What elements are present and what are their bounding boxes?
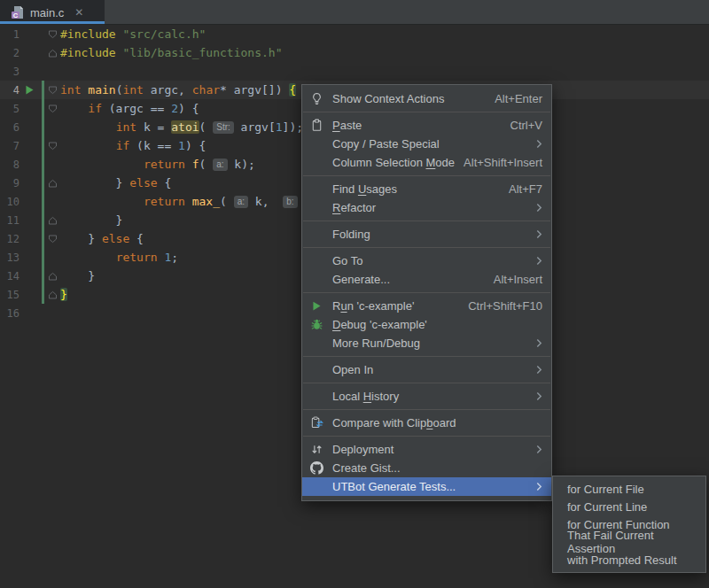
submenu-item-label: with Prompted Result [567, 553, 677, 567]
code-token: "lib/basic_functions.h" [122, 46, 282, 59]
menu-item-more-run-debug[interactable]: More Run/Debug [302, 334, 551, 352]
line-number: 6 [0, 121, 19, 134]
menu-item-label: Refactor [332, 201, 376, 214]
code-token: { [289, 83, 296, 97]
code-text: } else { [58, 232, 144, 245]
vcs-added-stripe [42, 267, 44, 285]
menu-item-open-in[interactable]: Open In [302, 360, 551, 379]
fold-end-icon[interactable] [46, 272, 58, 281]
code-token: else [102, 232, 129, 245]
vcs-space [39, 62, 46, 81]
code-text: return 1; [58, 251, 178, 264]
menu-item-find-usages[interactable]: Find UsagesAlt+F7 [302, 180, 551, 198]
code-token: argc, [144, 83, 192, 97]
line-number: 10 [0, 196, 19, 208]
code-line[interactable]: 2#include "lib/basic_functions.h" [0, 43, 709, 62]
fold-start-icon[interactable] [46, 30, 58, 39]
vcs-change-bar [39, 229, 46, 248]
fold-end-icon[interactable] [46, 179, 58, 188]
fold-start-icon[interactable] [46, 142, 58, 151]
menu-item-label: Column Selection Mode [332, 156, 455, 169]
menu-separator [303, 175, 550, 176]
code-token: max_ [192, 195, 220, 208]
vcs-space [39, 25, 46, 43]
submenu-arrow-icon [536, 229, 542, 239]
menu-separator [303, 383, 550, 383]
vcs-added-stripe [42, 136, 44, 155]
code-token: if [116, 139, 130, 152]
line-number: 12 [0, 233, 19, 245]
menu-item-local-history[interactable]: Local History [302, 387, 551, 406]
code-token: 2 [171, 102, 178, 115]
menu-separator [303, 356, 550, 357]
tab-close-icon[interactable]: ✕ [74, 6, 83, 19]
code-token [60, 139, 116, 152]
menu-item-column-selection-mode[interactable]: Column Selection ModeAlt+Shift+Insert [302, 153, 551, 172]
code-token: } [60, 288, 67, 301]
code-token [60, 195, 144, 208]
menu-item-deployment[interactable]: Deployment [302, 440, 551, 459]
menu-item-go-to[interactable]: Go To [302, 251, 551, 270]
editor-tab-bar: C main.c ✕ [0, 0, 709, 25]
svg-text:C: C [13, 12, 19, 19]
vcs-change-bar [39, 192, 46, 211]
menu-item-label: Deployment [332, 443, 393, 456]
code-token: char [192, 83, 220, 97]
menu-item-label: Create Gist... [332, 461, 401, 475]
submenu-item-for-current-line[interactable]: for Current Line [553, 498, 705, 515]
menu-item-run-c-example[interactable]: Run 'c-example'Ctrl+Shift+F10 [302, 297, 551, 315]
code-line[interactable]: 3 [0, 62, 709, 81]
fold-end-icon[interactable] [46, 216, 58, 225]
code-token: k, [248, 195, 283, 208]
code-token: ) { [178, 102, 199, 115]
menu-item-show-context-actions[interactable]: Show Context ActionsAlt+Enter [302, 89, 551, 108]
code-text: return f( a: k); [58, 158, 255, 171]
code-token [185, 158, 192, 171]
editor-context-menu: Show Context ActionsAlt+EnterPasteCtrl+V… [301, 84, 552, 501]
vcs-added-stripe [42, 211, 44, 229]
code-token: "src/calc.h" [122, 27, 206, 41]
submenu-item-for-current-file[interactable]: for Current File [553, 480, 705, 498]
vcs-change-bar [39, 99, 46, 118]
code-token: return [144, 195, 185, 208]
menu-item-label: Show Context Actions [332, 92, 444, 105]
compare-icon [309, 416, 324, 429]
vcs-added-stripe [42, 155, 44, 174]
submenu-arrow-icon [536, 391, 542, 401]
code-token [60, 251, 116, 264]
submenu-item-that-fail-current-assertion[interactable]: That Fail Current Assertion [553, 533, 705, 551]
menu-item-folding[interactable]: Folding [302, 225, 551, 244]
fold-start-icon[interactable] [46, 86, 58, 95]
submenu-item-label: for Current File [567, 483, 644, 496]
menu-item-label: Local History [332, 390, 399, 403]
code-token: main [88, 83, 115, 97]
code-token: ( [199, 158, 214, 171]
fold-start-icon[interactable] [46, 104, 58, 113]
code-line[interactable]: 1#include "src/calc.h" [0, 25, 709, 43]
code-token: 1 [276, 120, 283, 134]
c-file-icon: C [11, 5, 25, 19]
code-text: } [58, 269, 95, 282]
code-token: k = [136, 120, 171, 134]
menu-item-copy-paste-special[interactable]: Copy / Paste Special [302, 135, 551, 153]
menu-item-create-gist[interactable]: Create Gist... [302, 459, 551, 477]
menu-item-paste[interactable]: PasteCtrl+V [302, 116, 551, 135]
code-token: int [116, 120, 136, 134]
menu-item-compare-with-clipboard[interactable]: Compare with Clipboard [302, 414, 551, 432]
code-text: } else { [58, 176, 171, 190]
menu-item-debug-c-example[interactable]: Debug 'c-example' [302, 315, 551, 334]
run-gutter-icon[interactable] [19, 84, 39, 96]
code-token: atoi [171, 120, 199, 134]
menu-item-utbot-generate-tests[interactable]: UTBot Generate Tests... [302, 477, 551, 496]
menu-item-refactor[interactable]: Refactor [302, 198, 551, 217]
lightbulb-icon [309, 92, 324, 105]
menu-item-generate[interactable]: Generate...Alt+Insert [302, 270, 551, 289]
code-token: * argv[]) [220, 83, 289, 97]
menu-item-shortcut: Alt+Enter [495, 92, 542, 105]
menu-item-shortcut: Alt+Shift+Insert [464, 156, 542, 169]
fold-end-icon[interactable] [46, 49, 58, 58]
vcs-added-stripe [42, 192, 44, 211]
fold-end-icon[interactable] [46, 290, 58, 299]
code-text: int k = atoi( Str: argv[1]); [58, 120, 303, 134]
fold-start-icon[interactable] [46, 235, 58, 244]
